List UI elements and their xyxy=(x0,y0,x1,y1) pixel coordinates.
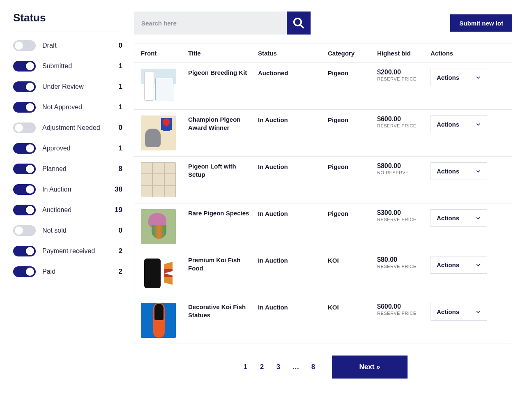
filter-label: Payment received xyxy=(42,247,112,255)
filter-row: In Auction38 xyxy=(13,184,122,195)
row-actions-button[interactable]: Actions xyxy=(431,303,487,321)
filter-toggle[interactable] xyxy=(13,266,36,277)
filter-row: Submitted1 xyxy=(13,61,122,72)
lot-bid: $200.00RESERVE PRICE xyxy=(377,69,431,81)
lot-thumbnail xyxy=(141,209,188,244)
filter-row: Planned8 xyxy=(13,164,122,174)
submit-new-lot-button[interactable]: Submit new lot xyxy=(450,14,512,32)
lot-category: Pigeon xyxy=(328,69,377,76)
lot-bid: $600.00RESERVE PRICE xyxy=(377,115,431,128)
lot-bid: $300.00RESERVE PRICE xyxy=(377,209,431,222)
lot-thumbnail xyxy=(141,115,188,150)
filter-label: Auctioned xyxy=(42,206,108,214)
filter-label: Adjustment Needed xyxy=(42,124,112,132)
filter-toggle[interactable] xyxy=(13,184,36,195)
pagination-page[interactable]: 8 xyxy=(306,360,320,374)
filter-label: Paid xyxy=(42,268,112,275)
chevron-down-icon xyxy=(475,169,481,174)
row-actions-button[interactable]: Actions xyxy=(431,209,487,227)
lot-thumbnail xyxy=(141,69,188,104)
filter-row: Draft0 xyxy=(13,40,122,51)
chevron-down-icon xyxy=(475,262,481,268)
filter-count: 0 xyxy=(119,226,122,235)
filter-count: 19 xyxy=(115,206,122,214)
lot-category: Pigeon xyxy=(328,162,377,170)
main-content: Submit new lot Front Title Status Catego… xyxy=(134,12,512,379)
filter-label: Draft xyxy=(42,42,112,49)
bid-reserve: NO RESERVE xyxy=(377,170,431,175)
row-actions-button[interactable]: Actions xyxy=(431,115,487,133)
filter-count: 1 xyxy=(119,83,122,91)
bid-reserve: RESERVE PRICE xyxy=(377,311,431,316)
filter-row: Auctioned19 xyxy=(13,205,122,215)
col-status: Status xyxy=(258,50,328,57)
row-actions-button[interactable]: Actions xyxy=(431,162,487,180)
col-title: Title xyxy=(188,50,258,57)
filter-toggle[interactable] xyxy=(13,40,36,51)
filter-toggle[interactable] xyxy=(13,164,36,174)
lots-table: Front Title Status Category Highest bid … xyxy=(134,44,512,344)
table-row: Pigeon Loft with SetupIn AuctionPigeon$8… xyxy=(134,156,512,203)
lot-status: In Auction xyxy=(258,162,328,170)
filter-count: 0 xyxy=(119,42,122,50)
filter-toggle[interactable] xyxy=(13,205,36,215)
filter-count: 38 xyxy=(115,185,122,194)
col-front: Front xyxy=(141,50,188,57)
pagination-ellipsis: … xyxy=(288,360,303,374)
bid-amount: $200.00 xyxy=(377,69,431,76)
sidebar-title: Status xyxy=(13,12,122,32)
row-actions-button[interactable]: Actions xyxy=(431,256,487,274)
lot-status: In Auction xyxy=(258,115,328,123)
filter-row: Payment received2 xyxy=(13,246,122,256)
search-button[interactable] xyxy=(287,12,311,35)
lot-thumbnail xyxy=(141,303,188,338)
bid-amount: $300.00 xyxy=(377,209,431,217)
lot-bid: $80.00RESERVE PRICE xyxy=(377,256,431,269)
chevron-down-icon xyxy=(475,75,481,81)
bid-amount: $80.00 xyxy=(377,256,431,263)
pagination-page[interactable]: 3 xyxy=(272,360,285,374)
filter-toggle[interactable] xyxy=(13,246,36,256)
actions-button-label: Actions xyxy=(437,261,459,268)
topbar: Submit new lot xyxy=(134,12,512,35)
filter-toggle[interactable] xyxy=(13,143,36,154)
bid-reserve: RESERVE PRICE xyxy=(377,76,431,81)
row-actions-button[interactable]: Actions xyxy=(431,69,487,86)
actions-button-label: Actions xyxy=(437,121,459,128)
table-row: Pigeon Breeding KitAuctionedPigeon$200.0… xyxy=(134,63,512,109)
filter-toggle[interactable] xyxy=(13,122,36,133)
table-row: Champion Pigeon Award WinnerIn AuctionPi… xyxy=(134,109,512,156)
filter-toggle[interactable] xyxy=(13,102,36,113)
lot-actions-cell: Actions xyxy=(431,162,488,180)
filter-label: Not Approved xyxy=(42,104,112,111)
pagination-page[interactable]: 2 xyxy=(255,360,268,374)
filter-count: 8 xyxy=(119,165,122,173)
lot-title: Pigeon Loft with Setup xyxy=(188,162,258,179)
filter-row: Paid2 xyxy=(13,266,122,277)
search-input[interactable] xyxy=(134,12,287,35)
pagination: 123…8 Next » xyxy=(134,356,512,379)
lot-actions-cell: Actions xyxy=(431,115,488,133)
search-wrap xyxy=(134,12,311,35)
filter-row: Not sold0 xyxy=(13,225,122,236)
chevron-down-icon xyxy=(475,215,481,221)
bid-amount: $600.00 xyxy=(377,303,431,310)
filter-label: Submitted xyxy=(42,62,112,70)
pagination-page[interactable]: 1 xyxy=(239,360,252,374)
filter-toggle[interactable] xyxy=(13,61,36,72)
pagination-next-button[interactable]: Next » xyxy=(332,356,407,379)
lot-status: In Auction xyxy=(258,256,328,264)
bid-amount: $600.00 xyxy=(377,115,431,123)
lot-title: Premium Koi Fish Food xyxy=(188,256,258,273)
table-header: Front Title Status Category Highest bid … xyxy=(134,44,512,63)
filter-label: Under Review xyxy=(42,83,112,90)
chevron-down-icon xyxy=(475,309,481,315)
filter-count: 1 xyxy=(119,144,122,152)
sidebar-status: Status Draft0Submitted1Under Review1Not … xyxy=(13,12,122,379)
lot-status: In Auction xyxy=(258,209,328,217)
actions-button-label: Actions xyxy=(437,168,459,175)
filter-toggle[interactable] xyxy=(13,225,36,236)
filter-toggle[interactable] xyxy=(13,81,36,92)
lot-category: KOI xyxy=(328,303,377,311)
bid-amount: $800.00 xyxy=(377,162,431,170)
